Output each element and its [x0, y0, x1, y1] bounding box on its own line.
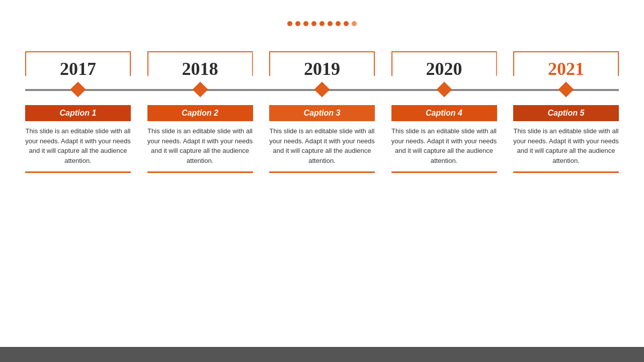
caption-text-4: This slide is an editable slide with all…	[513, 126, 619, 165]
caption-badge-1: Caption 2	[147, 105, 253, 121]
caption-col-4: Caption 5 This slide is an editable slid…	[513, 105, 619, 173]
diamond-1	[192, 81, 208, 97]
caption-text-2: This slide is an editable slide with all…	[269, 126, 375, 165]
caption-col-1: Caption 2 This slide is an editable slid…	[147, 105, 253, 173]
captions-row: Caption 1 This slide is an editable slid…	[25, 105, 619, 173]
caption-underline-2	[269, 171, 375, 173]
dot-1	[287, 21, 292, 26]
dot-2	[295, 21, 300, 26]
caption-badge-0: Caption 1	[25, 105, 131, 121]
dot-4	[311, 21, 316, 26]
diamond-0	[70, 81, 86, 97]
caption-text-1: This slide is an editable slide with all…	[147, 126, 253, 165]
dot-8	[344, 21, 349, 26]
dot-6	[328, 21, 333, 26]
diamonds-row	[25, 84, 619, 95]
timeline-line-container	[25, 84, 619, 96]
dot-7	[336, 21, 341, 26]
caption-badge-2: Caption 3	[269, 105, 375, 121]
dots-row	[287, 21, 357, 26]
dot-3	[303, 21, 308, 26]
diamond-2	[314, 81, 330, 97]
slide: 2017 2018 2019 2020	[0, 0, 644, 362]
year-text-2021: 2021	[548, 58, 584, 79]
year-text-2020: 2020	[426, 58, 462, 79]
dot-5	[319, 21, 325, 26]
caption-underline-1	[147, 171, 253, 173]
diamond-4	[558, 81, 574, 97]
diamond-wrapper-3	[391, 84, 497, 95]
diamond-wrapper-4	[513, 84, 619, 95]
caption-col-3: Caption 4 This slide is an editable slid…	[391, 105, 497, 173]
caption-underline-0	[25, 171, 131, 173]
caption-text-3: This slide is an editable slide with all…	[391, 126, 497, 165]
caption-text-0: This slide is an editable slide with all…	[25, 126, 131, 165]
caption-col-2: Caption 3 This slide is an editable slid…	[269, 105, 375, 173]
bottom-bar	[0, 347, 644, 362]
caption-col-0: Caption 1 This slide is an editable slid…	[25, 105, 131, 173]
diamond-wrapper-1	[147, 84, 253, 95]
diamond-3	[436, 81, 452, 97]
caption-underline-3	[391, 171, 497, 173]
year-text-2018: 2018	[182, 58, 218, 79]
timeline-area: 2017 2018 2019 2020	[25, 51, 619, 173]
caption-badge-4: Caption 5	[513, 105, 619, 121]
title-section	[287, 16, 357, 26]
diamond-wrapper-0	[25, 84, 131, 95]
caption-badge-3: Caption 4	[391, 105, 497, 121]
year-text-2019: 2019	[304, 58, 340, 79]
diamond-wrapper-2	[269, 84, 375, 95]
caption-underline-4	[513, 171, 619, 173]
dot-9	[352, 21, 357, 26]
year-text-2017: 2017	[60, 58, 96, 79]
